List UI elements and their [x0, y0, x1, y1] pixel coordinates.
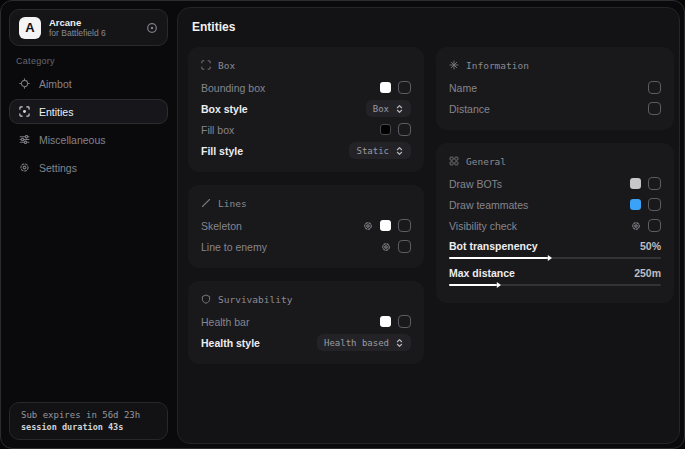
- section-header: Survivability: [201, 291, 411, 307]
- row-controls: [363, 219, 411, 232]
- color-swatch-fill-box[interactable]: [380, 124, 391, 135]
- color-swatch-bounding-box[interactable]: [380, 82, 391, 93]
- setting-row-name: Name: [449, 77, 661, 98]
- row-controls: Box: [366, 100, 411, 117]
- slider-value: 250m: [634, 267, 661, 279]
- app-header-card: A Arcane for Battlefield 6: [9, 9, 168, 46]
- section-box: Box Bounding box Box style Box Fill box …: [188, 47, 424, 172]
- sub-expiry-text: Sub expires in 56d 23h: [21, 410, 156, 420]
- color-swatch-skeleton[interactable]: [380, 220, 391, 231]
- row-controls: [631, 219, 661, 232]
- dropdown-health-style[interactable]: Health based: [317, 334, 411, 351]
- setting-label: Draw teammates: [449, 199, 528, 211]
- setting-label: Skeleton: [201, 220, 242, 232]
- setting-row-draw-bots: Draw BOTs: [449, 173, 661, 194]
- slider-thumb-icon[interactable]: [490, 281, 502, 289]
- app-name: Arcane: [49, 17, 106, 28]
- setting-row-bounding-box: Bounding box: [201, 77, 411, 98]
- gear-icon[interactable]: [363, 221, 373, 231]
- gear-icon[interactable]: [381, 242, 391, 252]
- color-swatch-draw-bots[interactable]: [630, 178, 641, 189]
- dropdown-value: Health based: [324, 338, 389, 348]
- settings-column-left: Box Bounding box Box style Box Fill box …: [188, 47, 424, 364]
- row-controls: [630, 198, 661, 211]
- shield-icon: [201, 294, 211, 304]
- dropdown-value: Box: [373, 104, 389, 114]
- setting-label: Health bar: [201, 316, 249, 328]
- slider-label-row: Max distance 250m: [449, 265, 661, 280]
- section-information: Information Name Distance: [436, 47, 674, 130]
- row-controls: [648, 102, 661, 115]
- chevrons-up-down-icon: [395, 338, 404, 348]
- checkbox-draw-bots[interactable]: [648, 177, 661, 190]
- slider-thumb-icon[interactable]: [541, 254, 553, 262]
- setting-row-health-style: Health style Health based: [201, 332, 411, 353]
- slider-label: Bot transpenency: [449, 240, 538, 252]
- gear-icon: [19, 162, 30, 173]
- setting-row-health-bar: Health bar: [201, 311, 411, 332]
- dropdown-box-style[interactable]: Box: [366, 100, 411, 117]
- scan-icon: [19, 106, 30, 117]
- sidebar-item-aimbot[interactable]: Aimbot: [9, 71, 168, 96]
- slider-max-distance[interactable]: [449, 281, 661, 289]
- dropdown-value: Static: [356, 146, 389, 156]
- session-duration-text: session duration 43s: [21, 422, 156, 432]
- sidebar-item-label: Aimbot: [39, 78, 72, 90]
- sidebar-item-label: Miscellaneous: [39, 134, 106, 146]
- checkbox-skeleton[interactable]: [398, 219, 411, 232]
- color-swatch-health-bar[interactable]: [380, 316, 391, 327]
- target-icon[interactable]: [146, 22, 158, 34]
- checkbox-name[interactable]: [648, 81, 661, 94]
- row-controls: [380, 123, 411, 136]
- checkbox-visibility-check[interactable]: [648, 219, 661, 232]
- setting-label: Fill style: [201, 145, 243, 157]
- sparkle-icon: [449, 60, 459, 70]
- section-survivability: Survivability Health bar Health style He…: [188, 281, 424, 364]
- checkbox-draw-teammates[interactable]: [648, 198, 661, 211]
- box-corners-icon: [201, 60, 211, 70]
- slider-label: Max distance: [449, 267, 515, 279]
- app-subtitle: for Battlefield 6: [49, 28, 106, 38]
- setting-row-fill-style: Fill style Static: [201, 140, 411, 161]
- sidebar-item-entities[interactable]: Entities: [9, 99, 168, 124]
- checkbox-distance[interactable]: [648, 102, 661, 115]
- checkbox-fill-box[interactable]: [398, 123, 411, 136]
- slider-fill: [449, 257, 547, 259]
- row-controls: [380, 81, 411, 94]
- section-title: Survivability: [218, 294, 292, 305]
- sidebar-item-settings[interactable]: Settings: [9, 155, 168, 180]
- slider-value: 50%: [640, 240, 661, 252]
- color-swatch-draw-teammates[interactable]: [630, 199, 641, 210]
- gear-icon[interactable]: [631, 221, 641, 231]
- section-title: General: [466, 156, 506, 167]
- sidebar-nav: AimbotEntitiesMiscellaneousSettings: [9, 71, 168, 180]
- row-controls: [380, 315, 411, 328]
- setting-row-box-style: Box style Box: [201, 98, 411, 119]
- slider-group-max-distance: Max distance 250m: [449, 265, 661, 289]
- app-window: A Arcane for Battlefield 6 Category Aimb…: [0, 0, 685, 449]
- slider-fill: [449, 284, 496, 286]
- section-header: Lines: [201, 195, 411, 211]
- section-general: General Draw BOTs Draw teammates Visibil…: [436, 143, 674, 303]
- dropdown-fill-style[interactable]: Static: [349, 142, 411, 159]
- section-lines: Lines Skeleton Line to enemy: [188, 185, 424, 268]
- main-panel: Entities Box Bounding box Box style Box …: [177, 7, 680, 444]
- setting-label: Draw BOTs: [449, 178, 502, 190]
- settings-column-right: Information Name Distance General Draw B…: [436, 47, 674, 303]
- section-title: Information: [466, 60, 529, 71]
- row-controls: [381, 240, 411, 253]
- slider-bot-transpenency[interactable]: [449, 254, 661, 262]
- section-header: General: [449, 153, 661, 169]
- sidebar-item-miscellaneous[interactable]: Miscellaneous: [9, 127, 168, 152]
- chevrons-up-down-icon: [395, 146, 404, 156]
- chevrons-up-down-icon: [395, 104, 404, 114]
- checkbox-line-to-enemy[interactable]: [398, 240, 411, 253]
- setting-label: Fill box: [201, 124, 234, 136]
- checkbox-health-bar[interactable]: [398, 315, 411, 328]
- slider-label-row: Bot transpenency 50%: [449, 238, 661, 253]
- setting-label: Name: [449, 82, 477, 94]
- checkbox-bounding-box[interactable]: [398, 81, 411, 94]
- setting-label: Box style: [201, 103, 248, 115]
- category-label: Category: [16, 56, 55, 66]
- row-controls: [630, 177, 661, 190]
